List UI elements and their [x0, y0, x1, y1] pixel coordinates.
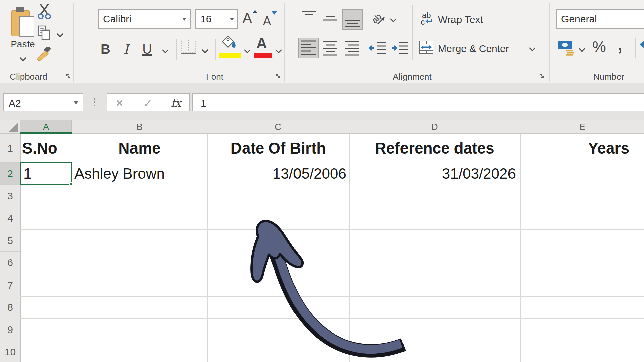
shrink-font-letter: A — [263, 14, 271, 28]
align-right-button[interactable] — [344, 40, 360, 56]
comma-style-button[interactable]: , — [616, 28, 623, 56]
copy-chevron-icon[interactable] — [57, 31, 63, 37]
font-dialog-launcher-icon[interactable] — [276, 74, 281, 79]
row-header-6[interactable]: 6 — [0, 252, 20, 274]
cell-c2[interactable]: 13/05/2006 — [207, 163, 346, 185]
paste-chevron-icon[interactable] — [20, 55, 26, 61]
shrink-font-button[interactable]: A — [263, 11, 278, 28]
clipboard-dialog-launcher-icon[interactable] — [66, 74, 71, 79]
name-box-dropdown-icon[interactable] — [74, 101, 78, 104]
cell-d1[interactable]: Reference dates — [349, 134, 520, 163]
row-header-8[interactable]: 8 — [0, 296, 20, 318]
underline-chevron-icon[interactable] — [162, 47, 169, 53]
name-box-value: A2 — [9, 98, 21, 109]
align-middle-button[interactable] — [323, 15, 338, 25]
accounting-icon — [557, 39, 574, 56]
gridline-h — [20, 207, 644, 207]
increase-indent-button[interactable] — [391, 40, 409, 56]
name-box[interactable]: A2 — [3, 93, 83, 111]
paste-label: Paste — [9, 39, 37, 50]
number-format-value: General — [561, 13, 597, 25]
fill-color-chevron-icon[interactable] — [244, 47, 251, 53]
insert-function-icon[interactable]: fx — [171, 97, 181, 109]
row-header-5[interactable]: 5 — [0, 229, 20, 252]
font-family-select[interactable]: Calibri — [98, 9, 191, 29]
fill-color-button[interactable] — [219, 36, 242, 60]
borders-button[interactable] — [180, 39, 197, 55]
font-size-select[interactable]: 16 — [195, 9, 238, 29]
select-all-corner[interactable] — [0, 120, 20, 134]
font-color-bar — [254, 53, 272, 58]
font-size-value: 16 — [200, 13, 211, 25]
orientation-chevron-icon[interactable] — [390, 16, 397, 22]
font-color-button[interactable]: A — [254, 36, 272, 60]
row-header-1[interactable]: 1 — [0, 134, 20, 163]
italic-button[interactable]: I — [123, 42, 129, 57]
cell-b2[interactable]: Ashley Brown — [74, 163, 206, 185]
fill-handle[interactable] — [69, 182, 73, 186]
align-center-button[interactable] — [323, 40, 338, 56]
paste-page-icon — [19, 16, 34, 37]
cell-b1[interactable]: Name — [72, 134, 207, 163]
merge-center-icon — [419, 40, 434, 55]
shrink-font-down-arrow-icon — [272, 11, 277, 15]
percent-style-button[interactable]: % — [592, 38, 606, 56]
row-header-10[interactable]: 10 — [0, 341, 20, 362]
cell-e1[interactable]: Years — [520, 134, 629, 163]
align-bottom-button-selected[interactable] — [342, 9, 363, 30]
font-family-dropdown-icon[interactable] — [182, 18, 186, 21]
column-header-b[interactable]: B — [72, 120, 207, 134]
accounting-chevron-icon[interactable] — [579, 45, 585, 52]
formula-input[interactable]: 1 — [192, 93, 644, 111]
paste-button[interactable]: Paste — [9, 3, 37, 63]
copy-icon — [38, 25, 50, 41]
cell-d2[interactable]: 31/03/2026 — [349, 163, 516, 185]
alignment-dialog-launcher-icon[interactable] — [539, 74, 545, 79]
cell-c1[interactable]: Date Of Birth — [207, 134, 349, 163]
font-color-chevron-icon[interactable] — [275, 47, 282, 53]
fill-color-icon — [219, 36, 239, 54]
font-size-dropdown-icon[interactable] — [230, 18, 234, 21]
merge-center-chevron-icon[interactable] — [529, 45, 536, 51]
grow-font-letter: A — [242, 10, 252, 27]
row-header-3[interactable]: 3 — [0, 185, 20, 207]
group-separator — [73, 3, 74, 82]
format-painter-button[interactable] — [36, 47, 52, 63]
enter-check-icon[interactable]: ✓ — [143, 97, 153, 110]
number-format-select[interactable]: General — [556, 9, 644, 29]
copy-button[interactable] — [38, 25, 51, 42]
clipboard-clip-icon — [16, 7, 24, 12]
group-separator — [549, 3, 550, 82]
ribbon: Paste — [0, 0, 644, 83]
formula-value: 1 — [201, 98, 206, 109]
number-group-label: Number — [584, 72, 634, 82]
increase-decimal-icon-cut[interactable] — [638, 39, 644, 54]
orientation-arrow-icon — [376, 15, 386, 25]
accounting-format-button[interactable] — [557, 39, 574, 56]
name-box-splitter-icon[interactable] — [94, 98, 96, 107]
font-group-label: Font — [195, 72, 235, 82]
row-header-2[interactable]: 2 — [0, 163, 20, 185]
row-header-9[interactable]: 9 — [0, 318, 20, 341]
align-top-button[interactable] — [301, 10, 317, 20]
merge-center-label: Merge & Center — [438, 43, 509, 54]
grow-font-button[interactable]: A — [242, 9, 258, 28]
row-header-7[interactable]: 7 — [0, 274, 20, 296]
orientation-button[interactable]: ab — [371, 11, 388, 27]
gridline-v — [520, 134, 521, 362]
formula-buttons-box: ✕ ✓ fx — [107, 93, 190, 111]
cell-a1[interactable]: S.No — [22, 134, 72, 163]
merge-center-button[interactable]: Merge & Center — [419, 40, 519, 56]
wrap-text-button[interactable]: ab c Wrap Text — [420, 11, 490, 27]
column-header-d[interactable]: D — [349, 120, 520, 134]
bold-button[interactable]: B — [101, 42, 110, 57]
decrease-indent-button[interactable] — [369, 40, 386, 56]
borders-chevron-icon[interactable] — [202, 47, 208, 53]
column-header-c[interactable]: C — [207, 120, 349, 134]
underline-button[interactable]: U — [142, 42, 152, 57]
row-header-4[interactable]: 4 — [0, 207, 20, 229]
align-left-button-selected[interactable] — [298, 38, 319, 58]
column-header-e[interactable]: E — [520, 120, 644, 134]
cut-button[interactable] — [38, 3, 51, 20]
cancel-icon[interactable]: ✕ — [115, 97, 124, 109]
